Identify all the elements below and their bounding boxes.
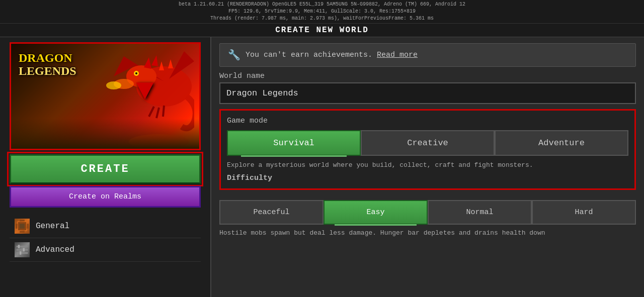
svg-marker-9 xyxy=(168,59,173,68)
download-arrow: ▼ xyxy=(136,74,154,108)
difficulty-section: Peaceful Easy Normal Hard Hostile mobs s… xyxy=(219,196,636,238)
svg-marker-8 xyxy=(159,61,164,70)
game-mode-section: Game mode Survival Creative Adventure Ex… xyxy=(219,109,636,190)
world-name-label: World name xyxy=(219,72,636,80)
debug-line1: beta 1.21.60.21 (RENDERDRADON) OpenGLE5 … xyxy=(2,1,642,8)
svg-rect-22 xyxy=(20,224,25,229)
sidebar-general-label: General xyxy=(36,222,69,231)
game-mode-buttons: Survival Creative Adventure xyxy=(227,130,628,156)
difficulty-description: Hostile mobs spawn but deal less damage.… xyxy=(219,229,636,238)
svg-rect-13 xyxy=(20,220,25,221)
mode-btn-adventure[interactable]: Adventure xyxy=(495,130,628,156)
right-panel: 🔧 You can't earn achievements. Read more… xyxy=(211,37,644,297)
advanced-icon xyxy=(15,242,30,257)
create-realms-button[interactable]: Create on Realms xyxy=(10,186,201,208)
left-panel: DRAGON LEGENDS xyxy=(0,37,211,297)
world-image: DRAGON LEGENDS xyxy=(10,42,201,150)
world-name-field: World name xyxy=(219,72,636,104)
sidebar-item-general[interactable]: General xyxy=(10,215,201,238)
read-more-link[interactable]: Read more xyxy=(377,51,418,59)
mode-btn-creative[interactable]: Creative xyxy=(361,130,495,156)
world-name-input[interactable] xyxy=(219,82,636,104)
diff-btn-peaceful[interactable]: Peaceful xyxy=(219,200,324,225)
diff-btn-easy[interactable]: Easy xyxy=(324,200,428,225)
sidebar-advanced-label: Advanced xyxy=(36,245,74,254)
debug-bar: beta 1.21.60.21 (RENDERDRADON) OpenGLE5 … xyxy=(0,0,644,24)
main-layout: DRAGON LEGENDS xyxy=(0,37,644,297)
achievement-icon: 🔧 xyxy=(228,49,240,61)
sidebar-nav: General Advanced xyxy=(10,215,201,262)
debug-line2: FP5: 129.6, 5rvTime:9.9, Mem:411, GullSc… xyxy=(2,8,642,15)
diff-btn-normal[interactable]: Normal xyxy=(428,200,532,225)
svg-point-11 xyxy=(106,81,121,89)
create-button[interactable]: CREATE xyxy=(10,154,201,184)
game-mode-description: Explore a mysterious world where you bui… xyxy=(227,161,628,170)
world-logo: DRAGON LEGENDS xyxy=(19,51,76,78)
logo-dragon: DRAGON xyxy=(19,51,72,64)
svg-rect-14 xyxy=(16,224,17,229)
svg-rect-28 xyxy=(20,251,21,255)
difficulty-label-inline: Difficulty xyxy=(227,174,628,182)
general-icon xyxy=(15,219,30,234)
diff-btn-hard[interactable]: Hard xyxy=(532,200,636,225)
svg-rect-27 xyxy=(23,248,25,252)
svg-marker-7 xyxy=(151,55,158,66)
achievement-text: You can't earn achievements. Read more xyxy=(246,51,418,59)
achievement-warning-bar: 🔧 You can't earn achievements. Read more xyxy=(219,43,636,67)
page-title: CREATE NEW WORLD xyxy=(0,24,644,37)
sidebar-item-advanced[interactable]: Advanced xyxy=(10,238,201,262)
svg-rect-15 xyxy=(27,224,29,229)
mode-btn-survival[interactable]: Survival xyxy=(227,130,361,156)
svg-rect-24 xyxy=(17,249,28,250)
logo-legends: LEGENDS xyxy=(19,64,76,77)
svg-rect-16 xyxy=(20,231,25,233)
svg-rect-25 xyxy=(17,252,28,254)
game-mode-label: Game mode xyxy=(227,117,628,125)
debug-line3: Threads (render: 7.987 ms, main: 2.973 m… xyxy=(2,15,642,22)
village-scene xyxy=(11,119,199,149)
svg-marker-6 xyxy=(144,57,151,69)
difficulty-buttons: Peaceful Easy Normal Hard xyxy=(219,200,636,225)
svg-rect-26 xyxy=(18,245,20,248)
